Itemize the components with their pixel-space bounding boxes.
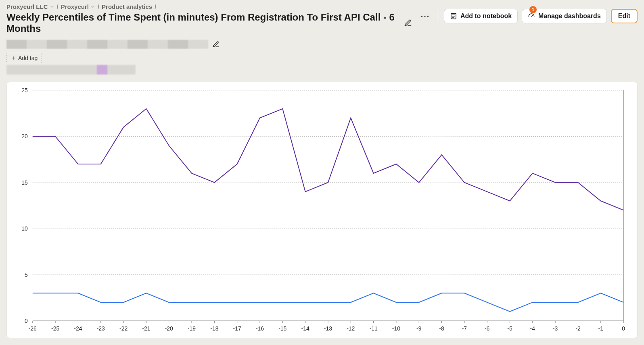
breadcrumb-item[interactable]: Proxycurl xyxy=(61,3,95,10)
svg-text:-11: -11 xyxy=(370,325,378,332)
breadcrumb-separator: / xyxy=(155,3,156,10)
notification-badge: 1 xyxy=(529,6,537,13)
svg-text:-5: -5 xyxy=(507,325,512,332)
dashboard-icon xyxy=(528,12,535,20)
svg-text:-7: -7 xyxy=(462,325,467,332)
svg-text:-13: -13 xyxy=(324,325,332,332)
title-row: Weekly Percentiles of Time Spent (in min… xyxy=(6,12,412,34)
svg-text:-4: -4 xyxy=(530,325,535,332)
svg-text:0: 0 xyxy=(622,325,625,332)
svg-text:-10: -10 xyxy=(392,325,400,332)
svg-text:-23: -23 xyxy=(97,325,105,332)
description-placeholder xyxy=(6,40,208,49)
header-left: Proxycurl LLC/Proxycurl/Product analytic… xyxy=(6,3,412,34)
svg-text:-15: -15 xyxy=(278,325,286,332)
breadcrumb-item[interactable]: Product analytics xyxy=(102,3,152,10)
edit-description-icon[interactable] xyxy=(212,41,220,48)
edit-button[interactable]: Edit xyxy=(611,9,638,23)
description-row xyxy=(6,40,638,49)
plus-icon xyxy=(11,56,16,60)
line-chart: 0510152025-26-25-24-23-22-21-20-19-18-17… xyxy=(13,86,631,335)
more-options-button[interactable]: ··· xyxy=(418,9,432,23)
button-label: Add to notebook xyxy=(460,12,512,20)
svg-text:-25: -25 xyxy=(51,325,59,332)
button-label: Manage dashboards xyxy=(538,12,601,20)
svg-text:-20: -20 xyxy=(165,325,173,332)
svg-text:-12: -12 xyxy=(347,325,355,332)
svg-text:-17: -17 xyxy=(233,325,241,332)
add-tag-label: Add tag xyxy=(18,55,38,61)
chevron-down-icon xyxy=(50,4,54,9)
svg-text:-22: -22 xyxy=(119,325,128,332)
svg-text:-1: -1 xyxy=(598,325,604,332)
svg-line-4 xyxy=(531,15,533,17)
button-label: Edit xyxy=(618,12,630,20)
chevron-down-icon xyxy=(90,4,95,9)
svg-text:-9: -9 xyxy=(416,325,422,332)
svg-text:-3: -3 xyxy=(553,325,558,332)
meta-placeholder xyxy=(6,65,136,75)
svg-text:-18: -18 xyxy=(210,325,218,332)
svg-text:-26: -26 xyxy=(29,325,37,332)
subheader: Add tag xyxy=(0,40,644,78)
breadcrumb-separator: / xyxy=(57,3,59,10)
svg-text:-14: -14 xyxy=(301,325,309,332)
edit-title-icon[interactable] xyxy=(404,19,412,27)
svg-text:-21: -21 xyxy=(142,325,150,332)
chart-card: 0510152025-26-25-24-23-22-21-20-19-18-17… xyxy=(6,82,638,338)
add-tag-button[interactable]: Add tag xyxy=(6,53,42,63)
svg-text:-16: -16 xyxy=(256,325,264,332)
svg-text:25: 25 xyxy=(21,87,28,94)
add-to-notebook-button[interactable]: Add to notebook xyxy=(444,9,518,23)
breadcrumb: Proxycurl LLC/Proxycurl/Product analytic… xyxy=(6,3,412,10)
svg-text:10: 10 xyxy=(21,225,28,232)
svg-text:15: 15 xyxy=(21,179,28,186)
svg-text:0: 0 xyxy=(25,318,28,324)
divider xyxy=(438,10,438,22)
svg-text:20: 20 xyxy=(21,133,28,139)
manage-dashboards-button[interactable]: 1 Manage dashboards xyxy=(522,9,607,23)
header-right: ··· Add to notebook 1 Manage dashboards … xyxy=(418,3,638,23)
chart-series-upper-percentile xyxy=(33,109,623,210)
svg-text:-6: -6 xyxy=(485,325,490,332)
svg-text:5: 5 xyxy=(25,271,28,278)
breadcrumb-item[interactable]: Proxycurl LLC xyxy=(6,3,54,10)
svg-text:-2: -2 xyxy=(575,325,581,332)
svg-text:-24: -24 xyxy=(74,325,82,332)
notebook-icon xyxy=(450,12,457,20)
breadcrumb-separator: / xyxy=(98,3,99,10)
page-header: Proxycurl LLC/Proxycurl/Product analytic… xyxy=(0,0,644,40)
svg-text:-19: -19 xyxy=(188,325,196,332)
chart-series-lower-percentile xyxy=(33,293,623,312)
page-title: Weekly Percentiles of Time Spent (in min… xyxy=(6,12,400,34)
svg-text:-8: -8 xyxy=(439,325,444,332)
